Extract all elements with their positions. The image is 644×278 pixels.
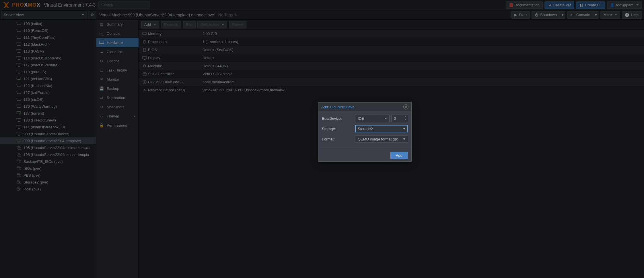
help-button[interactable]: ?Help <box>622 11 642 19</box>
tree-item[interactable]: Backup4TB_ISOs (pve) <box>0 158 96 165</box>
tree-item[interactable]: 117 (macOSVentura) <box>0 61 96 68</box>
tree-item[interactable]: 105 (UbuntuServer22.04minimal-templa <box>0 144 96 151</box>
tab-task-history[interactable]: ☰Task History <box>96 65 139 75</box>
tab-cloud-init[interactable]: ☁Cloud-Init <box>96 47 139 56</box>
svg-rect-62 <box>143 48 146 52</box>
hardware-row[interactable]: Memory2.00 GiB <box>139 30 644 38</box>
tree-item[interactable]: 127 (kaliPurple) <box>0 89 96 96</box>
console-menu-caret[interactable]: ▾ <box>593 11 599 19</box>
tab-monitor[interactable]: 👁Monitor <box>96 75 139 84</box>
display-icon <box>141 56 148 60</box>
svg-point-44 <box>17 173 20 175</box>
tree-item[interactable]: PBS (pve) <box>0 172 96 179</box>
create-ct-button[interactable]: ◧Create CT <box>576 1 605 9</box>
tab-console[interactable]: >_Console <box>96 29 139 38</box>
dialog-close-button[interactable]: ✕ <box>403 104 408 109</box>
svg-rect-64 <box>144 59 145 60</box>
revert-button[interactable]: Revert <box>229 21 246 28</box>
vm-icon <box>17 84 21 88</box>
create-vm-button[interactable]: 🖥Create VM <box>544 1 574 9</box>
tree-item[interactable]: 138 (FreeDOSnew) <box>0 117 96 123</box>
tree-item[interactable]: 121 (debianBBS) <box>0 75 96 82</box>
vm-icon <box>17 104 21 108</box>
more-button[interactable]: More <box>600 11 620 19</box>
shutdown-button[interactable]: ⏻Shutdown <box>532 11 560 19</box>
start-button[interactable]: ▶Start <box>511 11 530 19</box>
remove-button[interactable]: Remove <box>161 21 181 28</box>
tree-item[interactable]: 106 (UbuntuServer22.04release-templa <box>0 151 96 158</box>
tab-firewall[interactable]: 🛡Firewall▸ <box>96 111 139 121</box>
tab-summary[interactable]: ▤Summary <box>96 20 139 29</box>
logo[interactable]: PROXMOX Virtual Environment 7.4-3 <box>2 1 96 9</box>
dialog-add-button[interactable]: Add <box>390 152 408 159</box>
tree-item-label: PBS (pve) <box>24 173 40 177</box>
tree-item[interactable]: 109 (haiku) <box>0 20 96 27</box>
shutdown-menu-caret[interactable]: ▾ <box>560 11 565 19</box>
search-input[interactable] <box>98 1 150 9</box>
net-icon <box>141 88 148 92</box>
tab-backup[interactable]: 💾Backup <box>96 84 139 93</box>
spinner-icon[interactable]: ▲▼ <box>404 115 407 121</box>
tab-permissions[interactable]: 🔓Permissions <box>96 121 139 130</box>
tree-item[interactable]: 113 (KASM) <box>0 48 96 55</box>
hardware-row[interactable]: BIOSDefault (SeaBIOS) <box>139 46 644 54</box>
tab-hardware[interactable]: Hardware <box>96 38 139 47</box>
tree-item[interactable]: 130 (nixOS) <box>0 96 96 103</box>
view-settings-button[interactable]: ⚙ <box>88 11 96 19</box>
disk-action-button[interactable]: Disk Action <box>197 21 227 28</box>
tab-replication[interactable]: ⇄Replication <box>96 93 139 102</box>
tree-item[interactable]: 137 (torrent) <box>0 110 96 117</box>
tree-item[interactable]: 114 (macOSMonterey) <box>0 55 96 61</box>
tab-options[interactable]: ⚙Options <box>96 56 139 65</box>
hardware-row[interactable]: DisplayDefault <box>139 54 644 62</box>
proxmox-logo-icon <box>2 1 10 9</box>
tree-item[interactable]: 111 (TinyCorePlus) <box>0 34 96 41</box>
disk-icon <box>141 72 148 76</box>
svg-rect-39 <box>18 154 21 156</box>
hardware-row[interactable]: ⚙MachineDefault (i440fx) <box>139 62 644 70</box>
tree-item[interactable]: 136 (WartyWarthog) <box>0 103 96 110</box>
tree-item-label: 127 (kaliPurple) <box>24 90 50 95</box>
tree-item[interactable]: 141 (asterisk-freepbxGUI) <box>0 123 96 130</box>
bus-select[interactable]: IDE <box>355 115 390 122</box>
tab-label: Replication <box>107 96 125 100</box>
tree-item[interactable]: 999 (UbuntuServer22.04-template) <box>0 137 96 144</box>
cpu-icon <box>141 40 148 44</box>
tree-item[interactable]: 118 (pureOS) <box>0 68 96 75</box>
tree-item[interactable]: local (pve) <box>0 186 96 192</box>
svg-rect-63 <box>143 57 147 59</box>
svg-rect-35 <box>18 142 20 142</box>
device-number-input[interactable]: 0 ▲▼ <box>391 115 408 122</box>
format-select[interactable]: QEMU image format (qc <box>355 135 408 143</box>
tree-item[interactable]: 122 (KodachiNix) <box>0 82 96 89</box>
user-menu-button[interactable]: 👤root@pam <box>607 1 642 9</box>
hardware-row[interactable]: SCSI ControllerVirtIO SCSI single <box>139 70 644 78</box>
console-button[interactable]: >_Console <box>567 11 593 19</box>
template-icon <box>17 146 21 150</box>
tags-area[interactable]: No Tags✎ <box>218 13 238 17</box>
tree-item[interactable]: Storage2 (pve) <box>0 179 96 186</box>
documentation-button[interactable]: 📕Documentation <box>506 1 543 9</box>
tree-item[interactable]: 110 (ReactOS) <box>0 27 96 34</box>
tree-item[interactable]: 112 (blackArch) <box>0 41 96 48</box>
dialog-header[interactable]: Add: CloudInit Drive ✕ <box>318 103 411 111</box>
hardware-label: Network Device (net0) <box>148 88 203 92</box>
edit-button[interactable]: Edit <box>183 21 196 28</box>
hardware-value: virtio=A6:19:E2:6F:A3:BC,bridge=vmbr0,fi… <box>203 88 286 92</box>
hardware-label: CD/DVD Drive (ide2) <box>148 80 203 84</box>
hardware-row[interactable]: Processors1 (1 sockets, 1 cores) <box>139 38 644 46</box>
add-hardware-button[interactable]: Add <box>141 21 159 28</box>
tree-item[interactable]: 900 (UbuntuServer-Docker) <box>0 130 96 137</box>
memory-icon <box>141 32 148 36</box>
view-selector[interactable]: Server View <box>1 11 87 19</box>
hardware-label: BIOS <box>148 48 203 52</box>
play-icon: ▶ <box>514 13 517 17</box>
tree-item[interactable]: ISOs (pve) <box>0 165 96 172</box>
book-icon: 📕 <box>509 3 513 7</box>
vm-icon <box>17 49 21 53</box>
hardware-row[interactable]: CD/DVD Drive (ide2)none,media=cdrom <box>139 78 644 86</box>
storage-select[interactable]: Storage2 <box>355 125 408 132</box>
tab-label: Summary <box>107 22 123 26</box>
hardware-row[interactable]: Network Device (net0)virtio=A6:19:E2:6F:… <box>139 86 644 94</box>
tab-snapshots[interactable]: ↺Snapshots <box>96 102 139 111</box>
